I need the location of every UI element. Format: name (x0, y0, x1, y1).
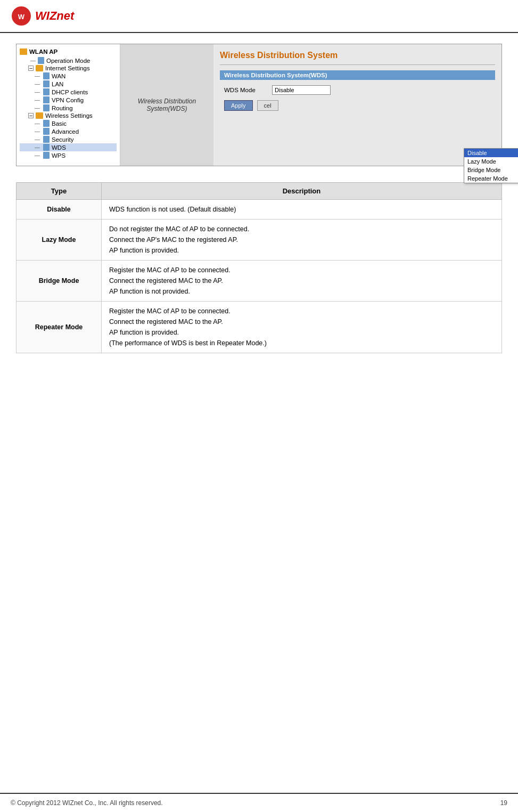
buttons-row: Apply cel (220, 97, 495, 114)
sidebar-item-wps[interactable]: — WPS (20, 151, 117, 159)
basic-label: Basic (52, 120, 67, 127)
desc-bridge: Register the MAC of AP to be connected. … (102, 261, 502, 302)
copyright-text: © Copyright 2012 WIZnet Co., Inc. All ri… (11, 799, 163, 807)
dhcp-icon (43, 88, 50, 95)
sidebar-item-wds[interactable]: — WDS (20, 143, 117, 151)
apply-button[interactable]: Apply (224, 100, 253, 111)
lan-icon (43, 80, 50, 87)
type-bridge: Bridge Mode (17, 261, 102, 302)
sidebar-item-security[interactable]: — Security (20, 135, 117, 143)
cancel-button[interactable]: cel (257, 100, 278, 111)
panel-title: Wireless Distribution System (220, 51, 495, 60)
col-desc-header: Description (102, 183, 502, 200)
basic-icon (43, 120, 50, 127)
lan-label: LAN (52, 81, 63, 87)
security-label: Security (52, 136, 74, 143)
table-row: Lazy Mode Do not register the MAC of AP … (17, 220, 502, 261)
logo: W WIZnet (11, 5, 74, 27)
wds-label: WDS (52, 144, 66, 151)
advanced-label: Advanced (52, 128, 79, 135)
logo-text: WIZnet (35, 9, 74, 23)
sidebar-item-vpn[interactable]: — VPN Config (20, 96, 117, 104)
dropdown-popup: Disable Lazy Mode Bridge Mode Repeater M… (464, 148, 518, 183)
wiznet-logo-icon: W (11, 5, 32, 27)
section-header: Wireless Distribution System(WDS) (220, 70, 495, 80)
sidebar-item-lan[interactable]: — LAN (20, 80, 117, 88)
wds-icon (43, 144, 50, 151)
internet-settings-label: Internet Settings (45, 65, 90, 71)
page-number: 19 (500, 799, 507, 807)
dropdown-option-lazy[interactable]: Lazy Mode (464, 157, 518, 166)
security-icon (43, 136, 50, 143)
page-footer: © Copyright 2012 WIZnet Co., Inc. All ri… (0, 793, 518, 812)
middle-panel: Wireless Distribution System(WDS) (120, 44, 213, 166)
sidebar-item-dhcp[interactable]: — DHCP clients (20, 88, 117, 96)
dropdown-option-bridge[interactable]: Bridge Mode (464, 166, 518, 174)
wds-mode-label: WDS Mode (224, 87, 267, 93)
col-type-header: Type (17, 183, 102, 200)
sidebar-tree: WLAN AP — Operation Mode – Internet Sett… (17, 44, 120, 166)
middle-panel-text: Wireless Distribution System(WDS) (126, 98, 208, 112)
wan-label: WAN (52, 73, 65, 79)
dropdown-option-repeater[interactable]: Repeater Mode (464, 174, 518, 183)
wps-label: WPS (52, 152, 65, 159)
table-row: Repeater Mode Register the MAC of AP to … (17, 302, 502, 353)
screenshot-box: WLAN AP — Operation Mode – Internet Sett… (16, 44, 502, 166)
operation-mode-label: Operation Mode (46, 58, 90, 64)
type-repeater: Repeater Mode (17, 302, 102, 353)
wireless-settings-label: Wireless Settings (45, 112, 93, 119)
wds-mode-dropdown-wrapper: Disable Lazy Mode Bridge Mode Repeater M… (272, 85, 331, 95)
sidebar-item-basic[interactable]: — Basic (20, 119, 117, 127)
sidebar-item-operation-mode[interactable]: — Operation Mode (20, 56, 117, 64)
tree-root: WLAN AP (20, 48, 117, 55)
advanced-icon (43, 128, 50, 135)
wireless-folder-icon (36, 112, 43, 119)
dropdown-option-disable[interactable]: Disable (464, 149, 518, 157)
type-lazy: Lazy Mode (17, 220, 102, 261)
sidebar-item-wan[interactable]: — WAN (20, 72, 117, 80)
desc-disable: WDS function is not used. (Default disab… (102, 200, 502, 220)
routing-icon (43, 104, 50, 111)
wds-mode-row: WDS Mode Disable Lazy Mode Bridge Mode R… (220, 83, 495, 97)
tree-root-label: WLAN AP (29, 48, 57, 55)
description-table: Type Description Disable WDS function is… (16, 182, 502, 353)
desc-lazy: Do not register the MAC of AP to be conn… (102, 220, 502, 261)
sidebar-item-routing[interactable]: — Routing (20, 104, 117, 112)
type-disable: Disable (17, 200, 102, 220)
svg-text:W: W (18, 13, 25, 21)
vpn-label: VPN Config (52, 97, 84, 103)
main-content: WLAN AP — Operation Mode – Internet Sett… (0, 33, 518, 375)
vpn-icon (43, 96, 50, 103)
routing-label: Routing (52, 105, 73, 111)
sidebar-item-advanced[interactable]: — Advanced (20, 127, 117, 135)
dhcp-label: DHCP clients (52, 89, 88, 95)
sidebar-item-internet-settings[interactable]: – Internet Settings (20, 64, 117, 72)
sidebar-item-wireless-settings[interactable]: – Wireless Settings (20, 112, 117, 119)
table-row: Bridge Mode Register the MAC of AP to be… (17, 261, 502, 302)
wds-mode-select[interactable]: Disable Lazy Mode Bridge Mode Repeater M… (272, 85, 331, 95)
operation-mode-icon (38, 57, 44, 64)
minus-icon: – (28, 66, 34, 71)
internet-folder-icon (36, 65, 43, 71)
wps-icon (43, 152, 50, 159)
panel-divider (220, 64, 495, 65)
page-header: W WIZnet (0, 0, 518, 33)
wireless-minus-icon: – (28, 113, 34, 118)
wan-icon (43, 72, 50, 79)
right-panel: Wireless Distribution System Wireless Di… (213, 44, 501, 166)
root-folder-icon (20, 48, 27, 55)
table-row: Disable WDS function is not used. (Defau… (17, 200, 502, 220)
desc-repeater: Register the MAC of AP to be connected. … (102, 302, 502, 353)
